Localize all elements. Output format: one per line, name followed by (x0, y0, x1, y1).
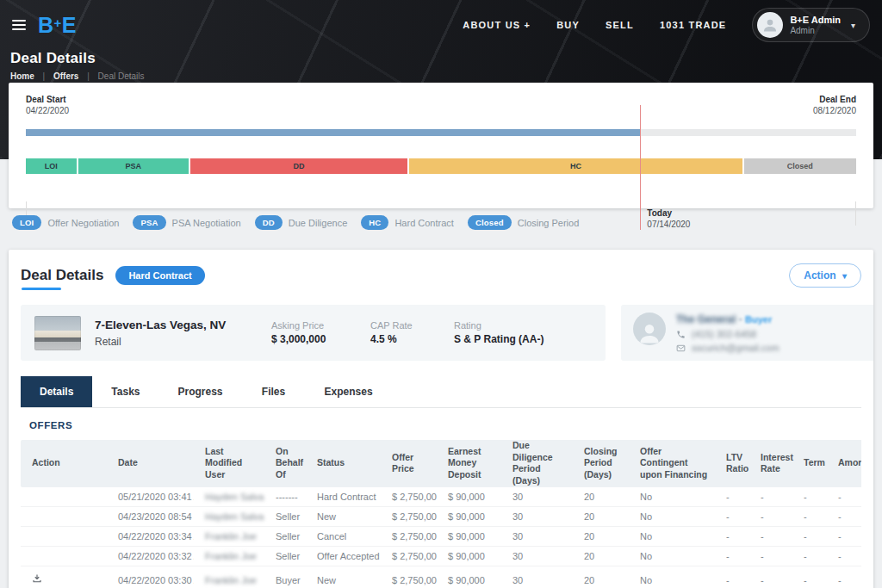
col-earnest-money-deposit: Earnest Money Deposit (437, 440, 501, 487)
cell-date: 05/21/2020 03:41 AM (107, 487, 194, 506)
action-button[interactable]: Action ▾ (789, 263, 861, 288)
cell-price: $ 2,750,000 (381, 487, 437, 506)
cell-on-behalf: Seller (264, 507, 306, 526)
cell-term: - (792, 527, 827, 546)
offer-row: 04/22/2020 03:32 AMFranklin JoeSellerOff… (21, 547, 861, 566)
email-icon (676, 344, 686, 353)
stage-pill-hc: HC (361, 215, 388, 230)
cell-price: $ 2,750,000 (381, 507, 437, 526)
cell-date: 04/23/2020 08:54 PM (107, 507, 194, 526)
cell-status: New (306, 507, 381, 526)
asking-price: Asking Price $ 3,000,000 (271, 320, 370, 345)
stage-dd: DD (190, 158, 409, 174)
person-icon (637, 319, 662, 345)
cell-price: $ 2,750,000 (381, 527, 437, 546)
legend-item-dd: DDDue Diligence (255, 215, 348, 230)
chevron-down-icon: ▾ (842, 271, 847, 281)
offer-row: 05/21/2020 03:41 AMHayden Salvas-------H… (21, 487, 861, 507)
col-interest-rate: Interest Rate (749, 440, 792, 487)
buyer-name: The General (676, 313, 736, 325)
cell-closing-days: 20 (573, 487, 629, 506)
tab-tasks[interactable]: Tasks (92, 376, 158, 407)
breadcrumb-offers[interactable]: Offers (53, 71, 78, 81)
col-offer-contingent-upon-financing: Offer Contingent upon Financing (629, 440, 715, 487)
deal-details-page: B+E ABOUT US +BUYSELL1031 TRADE B+E Admi… (0, 0, 882, 588)
action-cell (21, 487, 107, 506)
cell-ltv: - (715, 547, 749, 566)
action-cell[interactable] (21, 569, 107, 588)
col-amorti: Amorti (827, 440, 861, 487)
cell-contingent: No (629, 507, 715, 526)
cell-on-behalf: ------- (264, 487, 306, 506)
tab-progress[interactable]: Progress (159, 376, 242, 407)
tab-details[interactable]: Details (21, 376, 92, 407)
nav-item-sell[interactable]: SELL (606, 20, 634, 30)
cell-contingent: No (629, 547, 715, 566)
cell-closing-days: 20 (573, 569, 629, 588)
nav-item-1031-trade[interactable]: 1031 TRADE (660, 20, 726, 30)
stage-pill-loi: LOI (12, 215, 41, 230)
action-cell (21, 547, 107, 566)
nav-items: ABOUT US +BUYSELL1031 TRADE (463, 20, 726, 30)
end-tick (855, 201, 856, 226)
user-menu[interactable]: B+E Admin Admin ▾ (752, 8, 870, 42)
buyer-avatar (633, 313, 666, 345)
cell-closing-days: 20 (573, 527, 629, 546)
buyer-contact-card: The General - Buyer (415) 302-6458 sscur… (621, 305, 873, 361)
stage-band: LOIPSADDHCClosed (26, 158, 856, 174)
col-offer-price: Offer Price (381, 440, 437, 487)
cell-dd-days: 30 (501, 569, 573, 588)
property-type: Retail (95, 336, 271, 348)
brand-logo[interactable]: B+E (38, 13, 76, 38)
cell-contingent: No (629, 569, 715, 588)
action-cell (21, 527, 107, 546)
tab-expenses[interactable]: Expenses (306, 376, 392, 407)
cell-term: - (792, 569, 827, 588)
deal-start: Deal Start 04/22/2020 (26, 95, 69, 124)
cell-ltv: - (715, 507, 749, 526)
download-button[interactable] (32, 569, 42, 588)
stage-pill-dd: DD (255, 215, 283, 230)
cell-user: Hayden Salvas (194, 507, 264, 526)
property-photo (34, 316, 81, 350)
cell-contingent: No (629, 487, 715, 506)
cell-amort: - (827, 507, 861, 526)
breadcrumb-current: Deal Details (98, 71, 145, 81)
cell-on-behalf: Seller (264, 547, 306, 566)
download-icon (32, 573, 42, 584)
timeline-chart: LOIPSADDHCClosed Today 07/14/2020 (26, 129, 856, 174)
cell-term: - (792, 487, 827, 506)
cell-price: $ 2,750,000 (381, 569, 437, 588)
buyer-email: sscurich@gmail.com (692, 343, 780, 353)
legend-label-dd: Due Diligence (289, 218, 347, 228)
nav-item-buy[interactable]: BUY (556, 20, 580, 30)
cell-interest: - (749, 527, 792, 546)
cell-closing-days: 20 (573, 547, 629, 566)
hamburger-menu-icon[interactable] (12, 20, 26, 30)
cell-user: Franklin Joe (194, 547, 264, 566)
col-ltv-ratio: LTV Ratio (715, 440, 749, 487)
cell-deposit: $ 90,000 (437, 507, 501, 526)
detail-tabs: DetailsTasksProgressFilesExpenses (21, 376, 861, 408)
cell-interest: - (749, 547, 792, 566)
tab-files[interactable]: Files (242, 376, 306, 407)
person-icon (761, 16, 779, 34)
cell-deposit: $ 90,000 (437, 569, 501, 588)
buyer-role: Buyer (745, 314, 772, 325)
buyer-email-row: sscurich@gmail.com (676, 343, 780, 353)
top-navbar: B+E ABOUT US +BUYSELL1031 TRADE B+E Admi… (0, 0, 882, 50)
user-role: Admin (790, 26, 841, 36)
timeline-progress-fill (26, 129, 640, 136)
cell-closing-days: 20 (573, 507, 629, 526)
page-head: Deal Details Home | Offers | Deal Detail… (10, 50, 145, 81)
nav-item-about-us[interactable]: ABOUT US + (463, 20, 531, 30)
cell-date: 04/22/2020 03:34 AM (107, 527, 194, 546)
cell-interest: - (749, 507, 792, 526)
col-action: Action (21, 440, 107, 487)
user-name: B+E Admin (790, 15, 841, 26)
cell-amort: - (827, 487, 861, 506)
breadcrumb-home[interactable]: Home (10, 71, 34, 81)
cell-status: Hard Contract (306, 487, 381, 506)
buyer-phone: (415) 302-6458 (692, 329, 756, 339)
cell-status: New (306, 569, 381, 588)
